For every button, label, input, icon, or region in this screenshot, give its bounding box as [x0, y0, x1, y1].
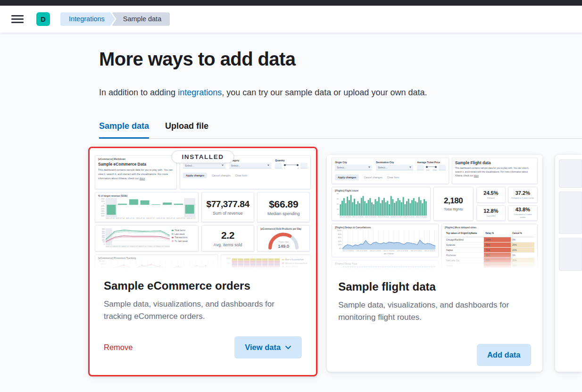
- card-body: Sample eCommerce orders Sample data, vis…: [90, 272, 316, 359]
- y-axis-labels: 350300250200150100500: [98, 228, 106, 245]
- gauge-value: 149.0: [267, 243, 300, 249]
- transactions-gauge: Trans / day 149.0: [267, 231, 300, 250]
- axis-label: 50: [103, 241, 105, 243]
- view-data-label: View data: [245, 343, 281, 352]
- table-row: Chicago/Rockford100%0%: [445, 237, 534, 242]
- preview-placeholder: [559, 238, 582, 271]
- category-select: Select...: [229, 163, 272, 168]
- ecommerce-dashboard-preview: [eCommerce] Markdown Sample eCommerce Da…: [90, 148, 316, 272]
- axis-label: 2021-07-13 00:00: [383, 250, 395, 252]
- preview-placeholder: [559, 192, 582, 234]
- breadcrumb-integrations[interactable]: Integrations: [60, 12, 115, 26]
- markdown-body: This dashboard contains sample data for …: [98, 168, 174, 181]
- app-header: D Integrations Sample data: [0, 6, 582, 33]
- axis-label: 250: [102, 233, 105, 234]
- intro-before: In addition to adding: [99, 88, 178, 97]
- control-label: Average Ticket Price: [417, 161, 446, 164]
- menu-icon[interactable]: [11, 13, 24, 25]
- delays-area-chart: [342, 230, 435, 250]
- clear-form-button: Clear form: [235, 174, 248, 177]
- installed-badge: INSTALLED: [172, 150, 234, 163]
- add-data-label: Add data: [487, 350, 521, 359]
- legend-item: Men's Accessories: [282, 259, 308, 261]
- avg-items-metric: 2.2 Avg. items sold: [201, 225, 254, 251]
- card-title: Sample eCommerce orders: [104, 279, 302, 292]
- axis-label: $1,200: [99, 260, 105, 262]
- median-spending-metric: $66.89 Median spending: [257, 192, 310, 222]
- markdown-title: Sample eCommerce Data: [98, 162, 174, 167]
- ecommerce-sample-card: INSTALLED [eCommerce] Markdown Sample eC…: [88, 147, 317, 376]
- metric-label: Median spending: [267, 211, 300, 216]
- chevron-down-icon: [285, 345, 291, 350]
- axis-label: 0%: [339, 248, 342, 250]
- table-row: Salt Lake City60%20%: [445, 258, 534, 263]
- axis-label: 2021-07-11 00:00: [356, 250, 367, 252]
- total-flights-metric: 2,180 Total flights: [433, 187, 474, 221]
- flight-count-panel: [Flights] Flight count 806040200 2021-07…: [332, 187, 430, 221]
- legend-item: Women's Accessories: [282, 262, 308, 265]
- axis-label: -50%: [100, 215, 105, 217]
- remove-link[interactable]: Remove: [104, 343, 133, 352]
- card-description: Sample data, visualizations, and dashboa…: [104, 298, 302, 323]
- preview-markdown-panel: Sample Flight data This dashboard contai…: [452, 158, 538, 184]
- panel-label: [eCommerce] Promotion Tracking: [98, 257, 215, 259]
- axis-label: -30%: [100, 210, 105, 212]
- panel-label: [Flights] Delay Type: [335, 262, 435, 265]
- delayed-metric: 24.5%Delayed: [476, 187, 506, 203]
- axis-label: 2021-07-15 00:00: [403, 216, 415, 218]
- x-axis-labels: 2021-07-132021-07-142021-07-152021-07-16…: [106, 246, 170, 248]
- tab-upload-file[interactable]: Upload file: [165, 121, 208, 138]
- revenue-bar-chart: [106, 198, 195, 217]
- breadcrumb: Integrations Sample data: [60, 12, 170, 26]
- view-data-button[interactable]: View data: [234, 336, 302, 359]
- panel-label: [Flights] Most delayed cities: [445, 226, 534, 229]
- delayed-vs-week-metric: 37.2%Delayed vs 1 week earlier: [508, 187, 537, 203]
- axis-label: 2021-07-20: [166, 246, 170, 248]
- legend-item: Total items: [172, 229, 195, 232]
- control-label: Category: [229, 159, 272, 162]
- axis-label: 40: [337, 203, 339, 205]
- axis-label: 2021-07-18: [156, 217, 165, 219]
- items-line-chart-panel: 350300250200150100500 Total itemsLast we…: [95, 225, 199, 251]
- control-label: Origin City: [335, 161, 372, 164]
- panel-label: [eCommerce] Markdown: [98, 158, 174, 160]
- axis-label: 2021-07-12 00:00: [365, 216, 376, 218]
- legend-item: Men's Shoes: [282, 266, 308, 268]
- panel-label: [Flights] Flight count: [335, 189, 427, 192]
- axis-label: 2021-07-12 00:00: [370, 250, 381, 252]
- axis-label: 2021-07-19: [166, 217, 175, 219]
- axis-label: 2021-07-21: [187, 217, 195, 219]
- docs-link: docs: [474, 175, 479, 177]
- axis-label: 2021-07-14: [116, 217, 124, 219]
- axis-label: 100%: [337, 266, 341, 268]
- axis-label: 2021-07-14 00:00: [391, 216, 402, 218]
- axis-label: 100%: [226, 258, 231, 259]
- axis-label: 2021-07-16: [136, 217, 144, 219]
- delays-cancellations-panel: [Flights] Delays & Cancellations 100%80%…: [332, 224, 439, 257]
- axis-label: 2021-07-10 00:00: [342, 250, 354, 252]
- axis-label: 2021-07-17: [141, 246, 149, 248]
- chart-legend: Total itemsLast weekTransactionsTx. last…: [170, 228, 195, 245]
- axis-label: 2021-07-18: [149, 246, 158, 248]
- add-data-button[interactable]: Add data: [477, 344, 531, 366]
- axis-label: 2021-07-16: [132, 246, 140, 248]
- axis-label: $600: [101, 267, 105, 268]
- axis-label: 2021-07-15: [123, 246, 132, 248]
- x-axis-title: per 3 hours: [342, 252, 435, 255]
- integrations-link[interactable]: integrations: [178, 88, 222, 97]
- clear-form-button: Clear form: [387, 176, 399, 179]
- table-row: Naples71%21%: [445, 248, 534, 253]
- tab-sample-data[interactable]: Sample data: [99, 121, 149, 139]
- axis-label: 2021-07-19: [158, 246, 166, 248]
- preview-controls-panel: Origin City Select... Destination City S…: [332, 158, 449, 184]
- space-avatar[interactable]: D: [36, 12, 50, 26]
- card-body: Sample flight data Sample data, visualiz…: [327, 272, 542, 366]
- tabs-bar: Sample data Upload file: [99, 121, 582, 139]
- axis-label: 20%: [101, 198, 105, 200]
- most-delayed-cities-panel: [Flights] Most delayed cities Top values…: [441, 224, 537, 272]
- quantity-slider: 14: [275, 163, 308, 169]
- y-axis-labels: 100%80%60%40%20%: [335, 266, 342, 272]
- axis-label: 80%: [338, 270, 342, 272]
- axis-label: $400: [101, 269, 105, 271]
- items-line-chart: [106, 228, 170, 245]
